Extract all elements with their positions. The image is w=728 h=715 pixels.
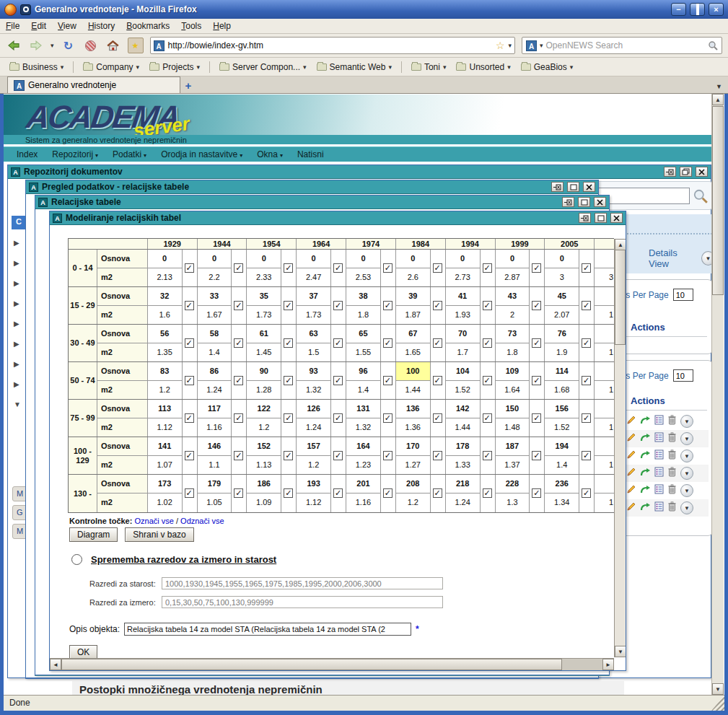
trash-icon[interactable] (667, 415, 677, 428)
control-point-checkbox[interactable]: ✓ (433, 413, 442, 423)
m2-value-cell[interactable]: 1.6 (148, 306, 182, 324)
osnova-value-cell[interactable]: 164 (346, 437, 380, 456)
control-point-checkbox[interactable]: ✓ (483, 338, 492, 348)
tree-expand-icon[interactable]: ▶ (14, 279, 24, 289)
control-point-checkbox[interactable]: ✓ (383, 263, 392, 273)
forward-arrow-icon[interactable] (640, 432, 651, 445)
search-engine-dropdown-icon[interactable]: ▾ (540, 42, 543, 49)
edit-pencil-icon[interactable] (626, 415, 636, 428)
control-point-checkbox[interactable]: ✓ (483, 413, 492, 423)
osnova-value-cell[interactable]: 117 (198, 400, 232, 418)
more-dropdown-icon[interactable]: ▼ (680, 467, 693, 480)
control-point-checkbox[interactable]: ✓ (532, 488, 541, 498)
m2-value-cell[interactable]: 1.36 (396, 418, 430, 437)
save-to-db-button[interactable]: Shrani v bazo (125, 527, 193, 542)
relacijske-maximize-button[interactable] (578, 197, 590, 207)
back-button[interactable] (6, 38, 22, 53)
tree-collapse-icon[interactable]: ▼ (14, 400, 24, 411)
sprememba-radio[interactable] (71, 554, 82, 565)
m2-value-cell[interactable]: 1.24 (446, 494, 480, 512)
control-point-checkbox[interactable]: ✓ (284, 451, 293, 460)
m2-value-cell[interactable]: 2.13 (148, 268, 182, 286)
osnova-value-cell[interactable]: 208 (396, 475, 430, 494)
m2-value-cell[interactable]: 1.28 (247, 381, 281, 399)
ok-button[interactable]: OK (69, 645, 97, 659)
m2-value-cell[interactable]: 1.2 (148, 381, 182, 399)
osnova-value-cell[interactable]: 157 (297, 437, 330, 456)
control-point-checkbox[interactable]: ✓ (483, 263, 492, 273)
control-point-checkbox[interactable]: ✓ (234, 338, 243, 348)
m2-value-cell[interactable]: 1.16 (198, 418, 232, 437)
osnova-value-cell[interactable]: 142 (446, 400, 480, 418)
control-point-checkbox[interactable]: ✓ (582, 338, 591, 348)
osnova-value-cell[interactable]: 179 (198, 475, 232, 494)
m2-value-cell[interactable]: 2.73 (446, 268, 480, 286)
forward-arrow-icon[interactable] (640, 467, 651, 480)
osnova-value-cell[interactable]: 56 (148, 325, 182, 343)
bookmark-folder-geabios[interactable]: GeaBios▾ (517, 61, 577, 74)
tree-expand-icon[interactable]: ▶ (14, 340, 24, 350)
control-point-checkbox[interactable]: ✓ (383, 301, 392, 310)
vertical-scroll-thumb[interactable] (615, 250, 626, 345)
diagram-button[interactable]: Diagram (69, 527, 118, 542)
m2-value-cell[interactable]: 1.05 (198, 494, 232, 512)
control-point-checkbox[interactable]: ✓ (483, 451, 492, 460)
forward-arrow-icon[interactable] (640, 501, 651, 514)
list-document-icon[interactable] (654, 432, 664, 445)
control-point-checkbox[interactable]: ✓ (383, 488, 392, 498)
forward-arrow-icon[interactable] (640, 415, 651, 428)
m2-value-cell[interactable]: 1.2 (247, 418, 281, 437)
osnova-value-cell[interactable]: 41 (446, 287, 480, 306)
tree-expand-icon[interactable]: ▶ (14, 239, 24, 249)
osnova-value-cell[interactable]: 90 (247, 362, 281, 381)
m2-value-cell[interactable]: 1.33 (446, 456, 480, 474)
repozitorij-pin-button[interactable] (664, 167, 676, 177)
control-point-checkbox[interactable]: ✓ (532, 451, 541, 460)
edit-pencil-icon[interactable] (626, 467, 636, 480)
control-point-checkbox[interactable]: ✓ (433, 301, 442, 310)
m2-value-cell[interactable]: 1.4 (346, 381, 380, 399)
osnova-value-cell[interactable]: 35 (247, 287, 281, 306)
osnova-value-cell[interactable]: 63 (297, 325, 330, 343)
starost-input[interactable] (162, 577, 443, 589)
osnova-value-cell[interactable]: 0 (396, 250, 430, 268)
page-scroll-thumb[interactable] (712, 106, 724, 295)
list-document-icon[interactable] (654, 501, 664, 514)
more-dropdown-icon[interactable]: ▼ (680, 432, 693, 445)
control-point-checkbox[interactable]: ✓ (433, 263, 442, 273)
osnova-value-cell[interactable]: 76 (545, 325, 579, 343)
osnova-value-cell[interactable]: 73 (496, 325, 530, 343)
osnova-value-cell[interactable]: 113 (148, 400, 182, 418)
menu-bookmarks[interactable]: Bookmarks (126, 21, 170, 31)
control-point-checkbox[interactable]: ✓ (582, 263, 591, 273)
control-point-checkbox[interactable]: ✓ (433, 451, 442, 460)
forward-arrow-icon[interactable] (640, 449, 651, 462)
osnova-value-cell[interactable]: 0 (297, 250, 330, 268)
osnova-value-cell[interactable]: 236 (545, 475, 579, 494)
trash-icon[interactable] (667, 467, 677, 480)
appmenu-orodja-in-nastavitve[interactable]: Orodja in nastavitve▾ (161, 149, 242, 159)
m2-value-cell[interactable]: 1.45 (247, 343, 281, 361)
control-point-checkbox[interactable]: ✓ (185, 376, 194, 385)
osnova-value-cell[interactable]: 86 (198, 362, 232, 381)
appmenu-podatki[interactable]: Podatki▾ (113, 149, 146, 159)
osnova-value-cell[interactable]: 43 (496, 287, 530, 306)
control-point-checkbox[interactable]: ✓ (234, 413, 243, 423)
search-placeholder[interactable]: OpenNEWS Search (546, 40, 705, 51)
m2-value-cell[interactable]: 2 (496, 306, 530, 324)
control-point-checkbox[interactable]: ✓ (532, 263, 541, 273)
modeliranje-pin-button[interactable] (579, 213, 591, 223)
maximize-button[interactable] (690, 3, 705, 16)
m2-value-cell[interactable]: 1.24 (198, 381, 232, 399)
m2-value-cell[interactable]: 1.8 (346, 306, 380, 324)
list-document-icon[interactable] (654, 484, 664, 497)
control-point-checkbox[interactable]: ✓ (582, 376, 591, 385)
resize-grip[interactable] (711, 696, 724, 711)
menu-history[interactable]: History (88, 21, 115, 31)
osnova-value-cell[interactable]: 122 (247, 400, 281, 418)
m2-value-cell[interactable]: 2.07 (545, 306, 579, 324)
control-point-checkbox[interactable]: ✓ (483, 488, 492, 498)
m2-value-cell[interactable]: 1.13 (247, 456, 281, 474)
osnova-value-cell[interactable]: 0 (198, 250, 232, 268)
control-point-checkbox[interactable]: ✓ (383, 338, 392, 348)
